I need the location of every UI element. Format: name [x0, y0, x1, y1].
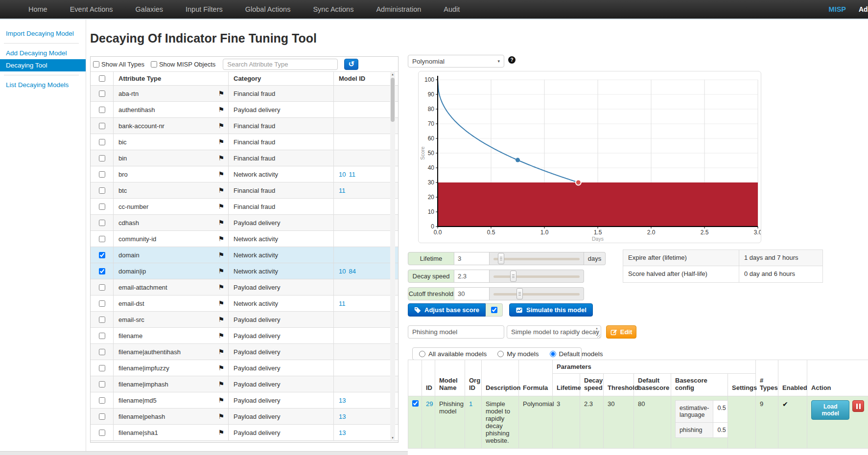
drag-handle[interactable] — [516, 158, 520, 162]
radio-all-available-models[interactable] — [419, 351, 425, 357]
slider-value-input[interactable]: 3 — [454, 252, 490, 265]
select-all-checkbox[interactable] — [99, 75, 105, 82]
adjust-base-score-checkbox[interactable] — [491, 307, 497, 313]
attribute-row-checkbox[interactable] — [99, 123, 105, 129]
nav-item-audit[interactable]: Audit — [444, 5, 460, 13]
radio-default-models[interactable] — [550, 351, 556, 357]
model-id-link[interactable]: 13 — [339, 413, 346, 420]
simulate-model-button[interactable]: Simulate this model — [509, 303, 593, 317]
slider-track[interactable] — [490, 287, 584, 300]
load-model-button[interactable]: Load model — [811, 400, 849, 420]
slider-value-input[interactable]: 30 — [454, 287, 490, 300]
adjust-base-score-button[interactable]: Adjust base score — [408, 303, 486, 317]
slider-handle[interactable] — [516, 288, 523, 299]
org-id-link[interactable]: 1 — [469, 400, 472, 408]
tag-icon — [414, 307, 421, 314]
model-id-cell — [333, 231, 392, 247]
sidebar-item-import-decaying-model[interactable]: Import Decaying Model — [0, 27, 86, 40]
attribute-row-checkbox[interactable] — [99, 268, 105, 274]
misp-brand-link[interactable]: MISP — [829, 5, 846, 13]
nav-item-input-filters[interactable]: Input Filters — [186, 5, 223, 13]
attribute-row-checkbox[interactable] — [99, 204, 105, 210]
nav-item-event-actions[interactable]: Event Actions — [70, 5, 113, 13]
search-attribute-input[interactable] — [223, 59, 338, 70]
show-misp-objects-checkbox[interactable] — [151, 61, 157, 68]
model-filter-all-available-models[interactable]: All available models — [419, 350, 487, 358]
attribute-type-cell: email-src⚑ — [113, 312, 228, 327]
scrollbar-down-arrow[interactable]: ▼ — [390, 435, 395, 441]
radio-my-models[interactable] — [497, 351, 504, 357]
edit-model-button[interactable]: Edit — [606, 325, 636, 339]
textarea-scrollbar[interactable]: ▲ ▼ — [594, 327, 600, 333]
attribute-row-check-cell — [91, 102, 113, 117]
sidebar-item-list-decaying-models[interactable]: List Decaying Models — [0, 79, 86, 91]
show-all-types-toggle[interactable]: Show All Types — [93, 61, 144, 68]
attribute-row-checkbox[interactable] — [99, 365, 105, 371]
model-filter-default-models[interactable]: Default models — [550, 350, 603, 358]
attribute-row-checkbox[interactable] — [99, 139, 105, 145]
attribute-row-checkbox[interactable] — [99, 187, 105, 194]
sidebar-item-decaying-tool[interactable]: Decaying Tool — [0, 59, 86, 71]
nav-item-sync-actions[interactable]: Sync Actions — [313, 5, 353, 13]
attribute-row-checkbox[interactable] — [99, 317, 105, 323]
slider-handle[interactable] — [510, 271, 516, 282]
attribute-row-checkbox[interactable] — [99, 252, 105, 258]
nav-item-home[interactable]: Home — [28, 5, 47, 13]
sidebar-item-add-decaying-model[interactable]: Add Decaying Model — [0, 47, 86, 59]
slider-label: Cutoff threshold — [408, 287, 454, 300]
attribute-table-scrollbar[interactable]: ▲ ▼ — [390, 71, 395, 441]
model-filter-my-models[interactable]: My models — [497, 350, 539, 358]
formula-select[interactable]: Polynomial ▾ — [408, 55, 504, 68]
nav-item-galaxies[interactable]: Galaxies — [136, 5, 163, 13]
help-icon[interactable]: ? — [508, 56, 516, 64]
model-id-link[interactable]: 13 — [339, 429, 346, 436]
attribute-row-checkbox[interactable] — [99, 333, 105, 339]
attribute-row-checkbox[interactable] — [99, 349, 105, 355]
attribute-type-label: authentihash — [118, 106, 155, 114]
model-id-link[interactable]: 11 — [349, 171, 355, 178]
refresh-icon: ↺ — [349, 60, 355, 68]
attribute-row-checkbox[interactable] — [99, 430, 105, 436]
model-id-cell: 13 — [333, 425, 392, 440]
attribute-row-checkbox[interactable] — [99, 155, 105, 161]
attribute-row-checkbox[interactable] — [99, 397, 105, 404]
slider-track[interactable] — [490, 270, 584, 283]
model-description-textarea[interactable]: Simple model to rapidly decay ▲ ▼ — [507, 325, 601, 339]
attribute-category-cell: Payload delivery — [228, 312, 333, 327]
attribute-row-checkbox[interactable] — [99, 381, 105, 387]
model-id-link[interactable]: 29 — [426, 400, 433, 408]
attribute-row-checkbox[interactable] — [99, 284, 105, 291]
refresh-button[interactable]: ↺ — [344, 59, 358, 70]
attribute-type-label: filename|authentihash — [118, 348, 181, 356]
admin-menu[interactable]: Admin — [859, 5, 868, 13]
pause-model-button[interactable] — [852, 400, 864, 412]
model-id-link[interactable]: 10 — [339, 171, 346, 178]
slider-track[interactable] — [490, 252, 584, 265]
model-name-input[interactable] — [408, 325, 504, 339]
attribute-type-cell: bic⚑ — [113, 134, 228, 150]
slider-handle[interactable] — [498, 253, 504, 264]
model-id-link[interactable]: 11 — [339, 187, 346, 194]
nav-item-administration[interactable]: Administration — [376, 5, 421, 13]
basescore-tag-name: estimative-language — [676, 401, 713, 423]
attribute-row-checkbox[interactable] — [99, 220, 105, 226]
scrollbar-up-arrow[interactable]: ▲ — [390, 71, 395, 77]
show-misp-objects-toggle[interactable]: Show MISP Objects — [151, 61, 215, 68]
model-id-link[interactable]: 84 — [349, 268, 355, 275]
simulate-model-label: Simulate this model — [526, 306, 586, 314]
show-all-types-checkbox[interactable] — [93, 61, 99, 68]
attribute-row-checkbox[interactable] — [99, 91, 105, 97]
nav-item-global-actions[interactable]: Global Actions — [245, 5, 291, 13]
attribute-row-checkbox[interactable] — [99, 107, 105, 113]
model-id-link[interactable]: 11 — [339, 300, 346, 307]
model-id-link[interactable]: 10 — [339, 268, 346, 275]
slider-value-input[interactable]: 2.3 — [454, 270, 490, 283]
attribute-row-checkbox[interactable] — [99, 171, 105, 178]
model-id-link[interactable]: 13 — [339, 397, 346, 404]
scrollbar-thumb[interactable] — [391, 78, 395, 122]
attribute-row-checkbox[interactable] — [99, 413, 105, 420]
attribute-row-checkbox[interactable] — [99, 236, 105, 242]
model-row-checkbox[interactable] — [412, 400, 419, 407]
attribute-row-checkbox[interactable] — [99, 300, 105, 307]
attribute-type-cell: domain⚑ — [113, 247, 228, 263]
